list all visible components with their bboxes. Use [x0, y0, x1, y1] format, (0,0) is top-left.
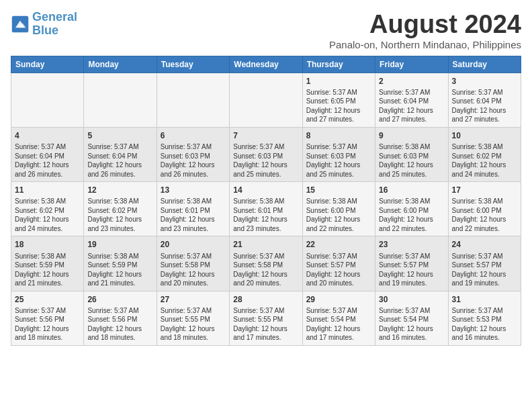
day-info-text: Daylight: 12 hours and 17 minutes. — [306, 324, 371, 342]
weekday-header-row: SundayMondayTuesdayWednesdayThursdayFrid… — [11, 56, 521, 73]
day-number: 21 — [233, 239, 298, 250]
calendar-cell: 17Sunrise: 5:38 AMSunset: 6:00 PMDayligh… — [448, 182, 521, 236]
day-info-text: Daylight: 12 hours and 19 minutes. — [452, 270, 517, 288]
day-info-text: Sunrise: 5:37 AM — [233, 252, 298, 261]
day-info-text: Sunset: 6:02 PM — [87, 206, 152, 216]
calendar-cell: 7Sunrise: 5:37 AMSunset: 6:03 PMDaylight… — [230, 127, 302, 181]
day-number: 27 — [161, 294, 226, 305]
calendar-table: SundayMondayTuesdayWednesdayThursdayFrid… — [11, 56, 521, 346]
day-info-text: Daylight: 12 hours and 22 minutes. — [379, 215, 444, 233]
calendar-cell: 12Sunrise: 5:38 AMSunset: 6:02 PMDayligh… — [84, 182, 157, 236]
day-info-text: Sunrise: 5:37 AM — [306, 252, 371, 261]
day-number: 11 — [15, 185, 80, 195]
day-info-text: Sunset: 6:04 PM — [379, 97, 444, 106]
calendar-cell: 29Sunrise: 5:37 AMSunset: 5:54 PMDayligh… — [302, 291, 375, 345]
day-info-text: Daylight: 12 hours and 21 minutes. — [15, 270, 80, 288]
day-number: 19 — [87, 239, 152, 250]
calendar-cell — [84, 73, 157, 127]
calendar-cell: 8Sunrise: 5:37 AMSunset: 6:03 PMDaylight… — [302, 127, 375, 181]
day-info-text: Sunrise: 5:37 AM — [379, 306, 444, 316]
day-info-text: Daylight: 12 hours and 22 minutes. — [306, 215, 371, 233]
calendar-cell: 16Sunrise: 5:38 AMSunset: 6:00 PMDayligh… — [375, 182, 448, 236]
day-info-text: Daylight: 12 hours and 20 minutes. — [161, 270, 226, 288]
day-info-text: Sunrise: 5:37 AM — [15, 142, 80, 152]
calendar-cell: 30Sunrise: 5:37 AMSunset: 5:54 PMDayligh… — [375, 291, 448, 345]
day-number: 9 — [379, 130, 444, 141]
calendar-week-row: 4Sunrise: 5:37 AMSunset: 6:04 PMDaylight… — [11, 127, 521, 181]
calendar-cell: 13Sunrise: 5:38 AMSunset: 6:01 PMDayligh… — [157, 182, 229, 236]
day-info-text: Daylight: 12 hours and 27 minutes. — [379, 106, 444, 124]
day-info-text: Sunrise: 5:38 AM — [87, 197, 152, 206]
day-info-text: Daylight: 12 hours and 19 minutes. — [379, 270, 444, 288]
day-info-text: Sunset: 6:01 PM — [161, 206, 226, 216]
calendar-cell: 21Sunrise: 5:37 AMSunset: 5:58 PMDayligh… — [230, 236, 302, 291]
logo-text: General Blue — [32, 11, 77, 38]
day-info-text: Sunset: 5:59 PM — [15, 261, 80, 270]
day-number: 28 — [233, 294, 298, 305]
day-info-text: Sunset: 6:03 PM — [379, 152, 444, 161]
day-info-text: Sunset: 6:00 PM — [306, 206, 371, 216]
calendar-cell: 11Sunrise: 5:38 AMSunset: 6:02 PMDayligh… — [11, 182, 84, 236]
day-number: 3 — [452, 76, 517, 87]
day-number: 7 — [233, 130, 298, 141]
calendar-cell: 3Sunrise: 5:37 AMSunset: 6:04 PMDaylight… — [448, 73, 521, 127]
calendar-cell: 4Sunrise: 5:37 AMSunset: 6:04 PMDaylight… — [11, 127, 84, 181]
day-info-text: Sunset: 6:01 PM — [233, 206, 298, 216]
day-info-text: Sunset: 5:58 PM — [161, 261, 226, 270]
calendar-cell: 27Sunrise: 5:37 AMSunset: 5:55 PMDayligh… — [157, 291, 229, 345]
day-info-text: Daylight: 12 hours and 25 minutes. — [306, 161, 371, 179]
calendar-week-row: 18Sunrise: 5:38 AMSunset: 5:59 PMDayligh… — [11, 236, 521, 291]
day-info-text: Sunset: 6:05 PM — [306, 97, 371, 106]
day-info-text: Sunset: 5:57 PM — [452, 261, 517, 270]
day-info-text: Sunrise: 5:38 AM — [379, 197, 444, 206]
calendar-cell: 1Sunrise: 5:37 AMSunset: 6:05 PMDaylight… — [302, 73, 375, 127]
calendar-cell: 23Sunrise: 5:37 AMSunset: 5:57 PMDayligh… — [375, 236, 448, 291]
day-info-text: Daylight: 12 hours and 25 minutes. — [379, 161, 444, 179]
day-info-text: Sunrise: 5:37 AM — [452, 306, 517, 316]
day-info-text: Sunrise: 5:38 AM — [15, 197, 80, 206]
day-info-text: Sunset: 5:55 PM — [161, 315, 226, 324]
day-number: 29 — [306, 294, 371, 305]
day-info-text: Sunrise: 5:37 AM — [161, 252, 226, 261]
day-info-text: Sunset: 6:00 PM — [379, 206, 444, 216]
day-info-text: Daylight: 12 hours and 18 minutes. — [87, 324, 152, 342]
calendar-cell: 14Sunrise: 5:38 AMSunset: 6:01 PMDayligh… — [230, 182, 302, 236]
day-info-text: Sunset: 6:03 PM — [161, 152, 226, 161]
day-number: 26 — [87, 294, 152, 305]
day-number: 17 — [452, 185, 517, 195]
day-info-text: Daylight: 12 hours and 17 minutes. — [233, 324, 298, 342]
logo-general: General — [32, 10, 77, 24]
calendar-cell: 15Sunrise: 5:38 AMSunset: 6:00 PMDayligh… — [302, 182, 375, 236]
day-info-text: Daylight: 12 hours and 18 minutes. — [15, 324, 80, 342]
day-number: 16 — [379, 185, 444, 195]
day-number: 13 — [161, 185, 226, 195]
day-info-text: Sunset: 5:56 PM — [15, 315, 80, 324]
day-info-text: Sunrise: 5:38 AM — [15, 252, 80, 261]
day-number: 20 — [161, 239, 226, 250]
day-info-text: Daylight: 12 hours and 16 minutes. — [379, 324, 444, 342]
day-info-text: Sunset: 6:02 PM — [452, 152, 517, 161]
day-number: 12 — [87, 185, 152, 195]
weekday-header-friday: Friday — [375, 56, 448, 73]
day-info-text: Sunset: 6:00 PM — [452, 206, 517, 216]
day-info-text: Sunset: 5:59 PM — [87, 261, 152, 270]
calendar-cell: 25Sunrise: 5:37 AMSunset: 5:56 PMDayligh… — [11, 291, 84, 345]
day-number: 23 — [379, 239, 444, 250]
day-info-text: Sunrise: 5:38 AM — [161, 197, 226, 206]
day-info-text: Sunrise: 5:37 AM — [452, 252, 517, 261]
day-info-text: Daylight: 12 hours and 27 minutes. — [452, 106, 517, 124]
day-info-text: Daylight: 12 hours and 23 minutes. — [161, 215, 226, 233]
day-info-text: Sunrise: 5:37 AM — [306, 142, 371, 152]
day-info-text: Sunset: 5:56 PM — [87, 315, 152, 324]
day-info-text: Daylight: 12 hours and 18 minutes. — [161, 324, 226, 342]
day-info-text: Sunset: 5:58 PM — [233, 261, 298, 270]
logo-blue: Blue — [32, 24, 58, 37]
calendar-body: 1Sunrise: 5:37 AMSunset: 6:05 PMDaylight… — [11, 73, 521, 345]
calendar-cell: 22Sunrise: 5:37 AMSunset: 5:57 PMDayligh… — [302, 236, 375, 291]
calendar-week-row: 25Sunrise: 5:37 AMSunset: 5:56 PMDayligh… — [11, 291, 521, 345]
weekday-header-saturday: Saturday — [448, 56, 521, 73]
day-info-text: Daylight: 12 hours and 25 minutes. — [233, 161, 298, 179]
day-number: 14 — [233, 185, 298, 195]
day-info-text: Sunrise: 5:38 AM — [233, 197, 298, 206]
day-info-text: Daylight: 12 hours and 26 minutes. — [15, 161, 80, 179]
